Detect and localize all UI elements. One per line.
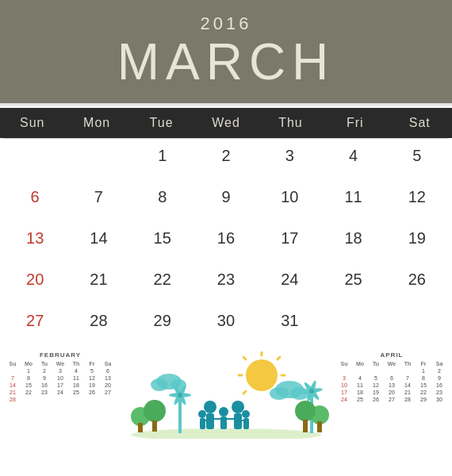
- mini-day-9: 9: [36, 374, 52, 382]
- cal-day-21[interactable]: 21: [67, 263, 130, 304]
- cal-day-19[interactable]: 19: [385, 221, 449, 263]
- mini-day-12: 12: [368, 382, 384, 389]
- svg-point-33: [204, 401, 216, 413]
- cal-day-17[interactable]: 17: [258, 221, 321, 263]
- mini-day-24: 24: [52, 389, 68, 396]
- cal-day-25[interactable]: 25: [321, 263, 385, 304]
- mini-day-8: 8: [416, 374, 431, 382]
- svg-point-39: [242, 410, 250, 418]
- mini-day-23: 23: [431, 389, 447, 396]
- feb-title: FEBRUARY: [5, 351, 116, 359]
- cal-day-6[interactable]: 6: [3, 180, 67, 221]
- cal-day-23[interactable]: 23: [194, 263, 258, 304]
- svg-rect-4: [152, 420, 157, 432]
- day-sat: Sat: [388, 111, 452, 135]
- cal-day-9[interactable]: 9: [194, 180, 258, 221]
- cal-day-12[interactable]: 12: [385, 180, 449, 221]
- cal-day-15[interactable]: 15: [131, 221, 194, 263]
- svg-point-22: [270, 387, 289, 400]
- svg-rect-38: [220, 416, 227, 429]
- mini-day-16: 16: [431, 382, 447, 389]
- cal-day-31[interactable]: 31: [258, 304, 321, 345]
- cal-day-28[interactable]: 28: [67, 304, 130, 345]
- mini-day-17: 17: [52, 382, 68, 389]
- mini-header-thu: Th: [400, 360, 416, 367]
- mini-day-15: 15: [416, 382, 431, 389]
- cal-day-18[interactable]: 18: [321, 221, 385, 263]
- mini-day-6: 6: [100, 367, 116, 374]
- mini-day-empty: [84, 396, 100, 403]
- cal-day-empty-0-1: [67, 139, 130, 180]
- mini-day-27: 27: [100, 389, 116, 396]
- cal-day-8[interactable]: 8: [131, 180, 194, 221]
- mini-day-1: 1: [416, 367, 431, 374]
- mini-day-2: 2: [431, 367, 447, 374]
- mini-day-28: 28: [400, 396, 416, 403]
- mini-day-18: 18: [352, 389, 368, 396]
- feb-grid: SuMoTuWeThFrSa12345678910111213141516171…: [5, 360, 116, 403]
- svg-point-3: [144, 400, 166, 422]
- mini-day-empty: [384, 367, 400, 374]
- mini-day-19: 19: [84, 382, 100, 389]
- cal-day-empty-0-0: [3, 139, 67, 180]
- mini-day-21: 21: [400, 389, 416, 396]
- mini-day-3: 3: [336, 374, 352, 382]
- mini-day-22: 22: [416, 389, 431, 396]
- mini-day-14: 14: [400, 382, 416, 389]
- cal-day-7[interactable]: 7: [67, 180, 130, 221]
- mini-day-empty: [336, 367, 352, 374]
- mini-day-14: 14: [5, 382, 21, 389]
- cal-day-29[interactable]: 29: [131, 304, 194, 345]
- mini-day-26: 26: [84, 389, 100, 396]
- mini-day-12: 12: [84, 374, 100, 382]
- mini-day-empty: [52, 396, 68, 403]
- cal-day-4[interactable]: 4: [321, 139, 385, 180]
- mini-day-22: 22: [21, 389, 36, 396]
- mini-day-empty: [368, 367, 384, 374]
- cal-day-2[interactable]: 2: [194, 139, 258, 180]
- eco-illustration: [116, 351, 336, 439]
- cal-day-30[interactable]: 30: [194, 304, 258, 345]
- cal-day-26[interactable]: 26: [385, 263, 449, 304]
- cal-day-14[interactable]: 14: [67, 221, 130, 263]
- cal-day-16[interactable]: 16: [194, 221, 258, 263]
- calendar-header: 2016 MARCH: [0, 0, 452, 103]
- cal-day-3[interactable]: 3: [258, 139, 321, 180]
- apr-title: APRIL: [336, 351, 447, 359]
- cal-day-27[interactable]: 27: [3, 304, 67, 345]
- mini-day-7: 7: [400, 374, 416, 382]
- mini-header-fri: Fr: [84, 360, 100, 367]
- cal-day-13[interactable]: 13: [3, 221, 67, 263]
- cal-day-11[interactable]: 11: [321, 180, 385, 221]
- mini-day-16: 16: [36, 382, 52, 389]
- mini-day-empty: [352, 367, 368, 374]
- mini-day-17: 17: [336, 389, 352, 396]
- mini-day-2: 2: [36, 367, 52, 374]
- cal-day-20[interactable]: 20: [3, 263, 67, 304]
- mini-day-30: 30: [431, 396, 447, 403]
- mini-day-9: 9: [431, 374, 447, 382]
- mini-day-empty: [100, 396, 116, 403]
- mini-day-19: 19: [368, 389, 384, 396]
- svg-rect-2: [138, 423, 143, 432]
- cal-day-5[interactable]: 5: [385, 139, 449, 180]
- cal-day-24[interactable]: 24: [258, 263, 321, 304]
- mini-header-mon: Mo: [352, 360, 368, 367]
- mini-day-empty: [68, 396, 84, 403]
- mini-day-empty: [5, 367, 21, 374]
- mini-day-empty: [21, 396, 36, 403]
- cal-day-1[interactable]: 1: [131, 139, 194, 180]
- mini-day-10: 10: [52, 374, 68, 382]
- mini-day-20: 20: [384, 389, 400, 396]
- mini-day-7: 7: [5, 374, 21, 382]
- mini-day-11: 11: [352, 382, 368, 389]
- april-mini-calendar: APRIL SuMoTuWeThFrSa12345678910111213141…: [336, 351, 447, 403]
- svg-rect-30: [317, 421, 322, 432]
- mini-day-24: 24: [336, 396, 352, 403]
- mini-header-sun: Su: [336, 360, 352, 367]
- mini-day-13: 13: [100, 374, 116, 382]
- cal-day-22[interactable]: 22: [131, 263, 194, 304]
- cal-day-10[interactable]: 10: [258, 180, 321, 221]
- mini-day-25: 25: [68, 389, 84, 396]
- day-sun: Sun: [0, 111, 64, 135]
